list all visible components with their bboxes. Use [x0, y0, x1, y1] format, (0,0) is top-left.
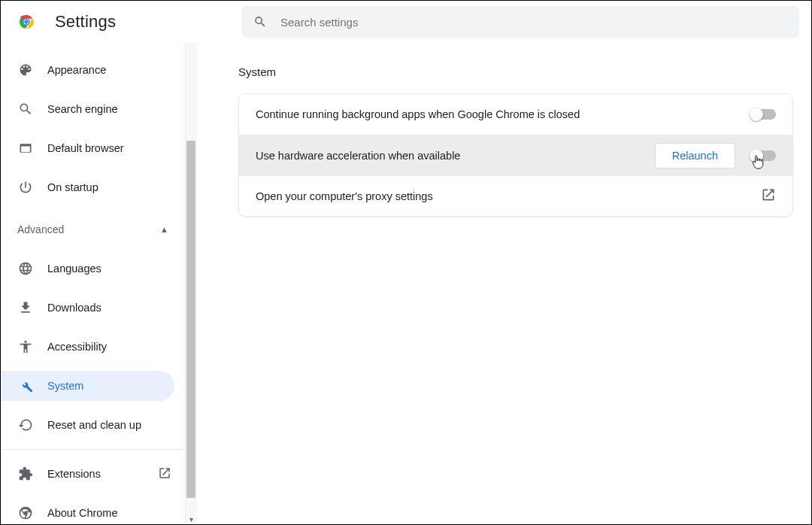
wrench-icon [17, 378, 34, 394]
sidebar-item-downloads[interactable]: Downloads [1, 293, 174, 323]
setting-label: Open your computer's proxy settings [256, 190, 761, 202]
advanced-label: Advanced [17, 223, 64, 235]
sidebar-item-label: System [47, 380, 83, 392]
sidebar-item-label: Appearance [47, 64, 106, 76]
main-panel: System Continue running background apps … [198, 43, 811, 524]
setting-row-proxy[interactable]: Open your computer's proxy settings [239, 175, 792, 216]
power-icon [17, 179, 34, 196]
search-icon [253, 15, 267, 29]
restore-icon [17, 417, 34, 433]
sidebar-item-about[interactable]: About Chrome [1, 498, 174, 525]
sidebar-item-label: Languages [47, 262, 102, 275]
sidebar-item-appearance[interactable]: Appearance [1, 55, 174, 85]
svg-point-2 [24, 20, 29, 24]
sidebar: ▴ ▾ Appearance Search engine [1, 43, 198, 524]
sidebar-item-label: Default browser [47, 142, 124, 154]
toggle-background-apps[interactable] [750, 109, 776, 120]
search-placeholder: Search settings [280, 16, 358, 29]
setting-label: Use hardware acceleration when available [256, 150, 655, 162]
page-title: Settings [55, 12, 213, 32]
sidebar-item-label: Downloads [47, 302, 102, 314]
chevron-up-icon: ▲ [160, 225, 168, 234]
toggle-hardware-accel[interactable] [750, 150, 776, 161]
setting-row-background-apps: Continue running background apps when Go… [239, 94, 792, 135]
sidebar-item-label: Search engine [47, 103, 118, 115]
search-input[interactable]: Search settings [241, 6, 799, 38]
sidebar-item-reset[interactable]: Reset and clean up [1, 410, 174, 440]
scrollbar-down-arrow[interactable]: ▾ [185, 514, 197, 524]
chrome-logo-icon [17, 13, 35, 31]
sidebar-item-search-engine[interactable]: Search engine [1, 94, 174, 124]
divider [1, 449, 191, 450]
sidebar-item-on-startup[interactable]: On startup [1, 172, 174, 202]
download-icon [17, 299, 34, 316]
sidebar-item-default-browser[interactable]: Default browser [1, 133, 174, 163]
relaunch-button[interactable]: Relaunch [655, 143, 735, 168]
sidebar-item-accessibility[interactable]: Accessibility [1, 332, 174, 362]
sidebar-section-advanced[interactable]: Advanced ▲ [1, 211, 191, 244]
extension-icon [17, 466, 34, 482]
setting-label: Continue running background apps when Go… [256, 108, 750, 120]
sidebar-item-system[interactable]: System [1, 371, 174, 401]
open-external-icon [761, 187, 776, 205]
sidebar-item-label: About Chrome [47, 507, 118, 519]
sidebar-scrollbar[interactable] [185, 43, 197, 524]
sidebar-scrollbar-thumb[interactable] [186, 141, 195, 498]
settings-card: Continue running background apps when Go… [238, 93, 793, 217]
sidebar-item-languages[interactable]: Languages [1, 253, 174, 284]
sidebar-item-label: On startup [47, 181, 98, 193]
setting-row-hardware-accel: Use hardware acceleration when available… [239, 135, 792, 175]
sidebar-item-label: Extensions [47, 468, 101, 480]
accessibility-icon [17, 338, 34, 355]
sidebar-item-label: Accessibility [47, 341, 107, 353]
sidebar-item-extensions[interactable]: Extensions [1, 459, 174, 489]
chrome-icon [17, 505, 34, 521]
globe-icon [17, 260, 34, 277]
section-title: System [238, 65, 811, 78]
open-external-icon [158, 466, 171, 482]
search-icon [17, 101, 34, 117]
palette-icon [17, 62, 34, 78]
browser-box-icon [17, 140, 34, 156]
sidebar-item-label: Reset and clean up [47, 419, 141, 431]
